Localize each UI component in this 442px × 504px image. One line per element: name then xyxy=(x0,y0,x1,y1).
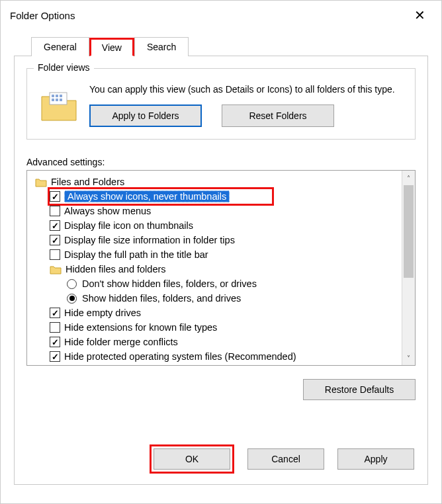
ok-highlight-frame: OK xyxy=(150,444,234,474)
advanced-settings-label: Advanced settings: xyxy=(26,157,416,167)
folder-views-group: Folder views You can apply this view (su… xyxy=(26,68,416,140)
checkbox[interactable] xyxy=(50,308,60,318)
checkbox[interactable] xyxy=(50,249,60,260)
tree-item-label[interactable]: Display the full path in the title bar xyxy=(64,249,208,260)
folder-views-body: You can apply this view (such as Details… xyxy=(39,83,403,127)
folder-views-description: You can apply this view (such as Details… xyxy=(89,83,403,95)
apply-button[interactable]: Apply xyxy=(337,448,414,470)
folder-options-window: Folder Options ✕ General View Search Fol… xyxy=(0,0,442,504)
scroll-down-arrow-icon[interactable]: ˅ xyxy=(402,351,416,365)
tab-general[interactable]: General xyxy=(31,37,89,56)
checkbox[interactable] xyxy=(50,206,60,216)
tree-item-3[interactable]: Display file icon on thumbnails xyxy=(35,218,399,233)
tree-item-label[interactable]: Show hidden files, folders, and drives xyxy=(82,293,241,304)
tree-item-12[interactable]: Hide protected operating system files (R… xyxy=(35,349,399,364)
scroll-thumb[interactable] xyxy=(404,185,414,278)
restore-defaults-button[interactable]: Restore Defaults xyxy=(303,379,416,400)
svg-rect-5 xyxy=(56,99,58,101)
tree-item-8[interactable]: Show hidden files, folders, and drives xyxy=(35,291,399,306)
tree-item-label[interactable]: Hide folder merge conflicts xyxy=(64,337,178,347)
tab-panel-view: Folder views You can apply this view (su… xyxy=(14,56,428,485)
svg-rect-1 xyxy=(52,95,54,97)
tree-item-0: Files and Folders xyxy=(35,175,399,189)
checkbox[interactable] xyxy=(50,351,60,362)
tree-item-label[interactable]: Hide extensions for known file types xyxy=(64,322,217,333)
window-title: Folder Options xyxy=(10,10,75,21)
reset-folders-button[interactable]: Reset Folders xyxy=(222,105,334,127)
ok-button[interactable]: OK xyxy=(154,448,230,470)
apply-to-folders-button[interactable]: Apply to Folders xyxy=(89,105,202,127)
titlebar: Folder Options ✕ xyxy=(1,1,441,30)
tree-item-label[interactable]: Display file icon on thumbnails xyxy=(64,220,193,231)
checkbox[interactable] xyxy=(50,220,60,231)
folder-views-legend: Folder views xyxy=(34,62,94,73)
tree-item-4[interactable]: Display file size information in folder … xyxy=(35,233,399,247)
tree-item-10[interactable]: Hide extensions for known file types xyxy=(35,320,399,335)
checkbox[interactable] xyxy=(50,337,60,347)
svg-rect-3 xyxy=(60,95,62,97)
svg-rect-6 xyxy=(60,99,62,101)
scroll-up-arrow-icon[interactable]: ˄ xyxy=(402,171,416,185)
restore-row: Restore Defaults xyxy=(26,379,416,400)
tree-item-label[interactable]: Hide empty drives xyxy=(64,308,141,318)
tab-strip: General View Search xyxy=(14,34,428,56)
tree-item-label[interactable]: Always show menus xyxy=(64,206,151,216)
advanced-settings-inner: Files and FoldersAlways show icons, neve… xyxy=(27,171,402,365)
advanced-settings-list[interactable]: Files and FoldersAlways show icons, neve… xyxy=(26,170,416,366)
tab-search[interactable]: Search xyxy=(134,37,189,56)
tab-view[interactable]: View xyxy=(89,38,134,56)
tree-item-label[interactable]: Don't show hidden files, folders, or dri… xyxy=(82,278,257,289)
radio[interactable] xyxy=(67,294,77,304)
radio[interactable] xyxy=(67,279,77,289)
folder-icon xyxy=(35,177,47,187)
tree-item-11[interactable]: Hide folder merge conflicts xyxy=(35,335,399,349)
folder-icon xyxy=(39,86,79,126)
tree-item-label[interactable]: Always show icons, never thumbnails xyxy=(64,190,230,202)
checkbox[interactable] xyxy=(50,191,60,202)
tree-item-1[interactable]: Always show icons, never thumbnails xyxy=(35,189,399,204)
folder-views-right: You can apply this view (such as Details… xyxy=(89,83,403,127)
tree-item-label[interactable]: Display file size information in folder … xyxy=(64,235,235,245)
svg-rect-4 xyxy=(52,99,54,101)
dialog-button-row: OK Cancel Apply xyxy=(15,444,427,474)
checkbox[interactable] xyxy=(50,235,60,245)
checkbox[interactable] xyxy=(50,322,60,333)
tree-item-label[interactable]: Hide protected operating system files (R… xyxy=(64,351,296,362)
scrollbar[interactable]: ˄ ˅ xyxy=(402,171,415,365)
folder-icon xyxy=(50,264,62,274)
svg-rect-2 xyxy=(56,95,58,97)
tree-item-7[interactable]: Don't show hidden files, folders, or dri… xyxy=(35,276,399,291)
tree-item-5[interactable]: Display the full path in the title bar xyxy=(35,247,399,262)
cancel-button[interactable]: Cancel xyxy=(247,448,324,470)
tree-item-9[interactable]: Hide empty drives xyxy=(35,306,399,320)
scroll-track[interactable] xyxy=(402,185,415,351)
tree-item-label: Files and Folders xyxy=(51,177,124,187)
tree-item-6: Hidden files and folders xyxy=(35,262,399,276)
close-icon[interactable]: ✕ xyxy=(408,5,432,26)
tree-item-label: Hidden files and folders xyxy=(66,264,166,274)
folder-views-buttons: Apply to Folders Reset Folders xyxy=(89,105,403,127)
tree-item-2[interactable]: Always show menus xyxy=(35,204,399,218)
